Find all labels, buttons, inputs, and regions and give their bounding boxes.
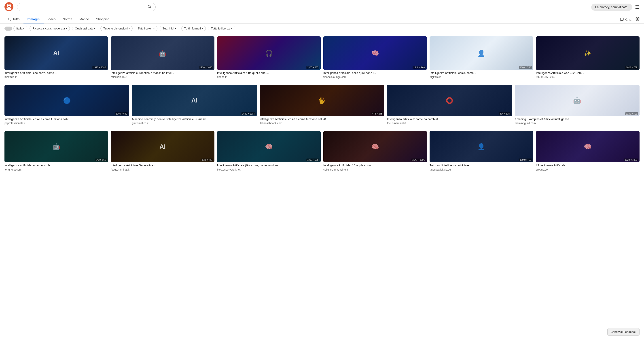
region-filter[interactable]: Italia ▾	[14, 26, 27, 31]
chat-button[interactable]: Chat	[620, 18, 632, 22]
tab-immagini[interactable]: Immagini	[24, 16, 44, 23]
chevron-down-icon: ▾	[154, 27, 154, 30]
image-placeholder: 🧠	[323, 131, 427, 162]
image-source: financialounge.com	[323, 75, 427, 79]
image-dimensions: 1000 × 560	[115, 112, 128, 115]
image-placeholder: 🧠	[323, 36, 427, 70]
image-source: raiscuola.rai.it	[111, 75, 214, 79]
image-placeholder: AI	[4, 36, 108, 70]
image-placeholder: 🎧	[217, 36, 321, 70]
date-filter[interactable]: Qualsiasi data ▾	[72, 26, 98, 31]
image-dimensions: 842 × 561	[95, 159, 107, 162]
image-dimensions: 1024 × 739	[625, 66, 638, 69]
image-card[interactable]: 🔵 1000 × 560 Intelligenza Artificiale: c…	[4, 85, 129, 125]
image-title: Machine Learning: dentro l'intelligenza …	[132, 117, 257, 121]
image-card[interactable]: 🤖 842 × 561 Intelligenza artificiale, un…	[4, 131, 108, 171]
chevron-down-icon: ▾	[66, 27, 67, 30]
image-card[interactable]: 🧠 1200 × 628 Intelligenza Artificiale (I…	[217, 131, 321, 171]
image-dimensions: 1300 × 867	[306, 66, 319, 69]
image-title: Intelligenza artificiale: come ha cambia…	[387, 117, 512, 121]
image-source: blog.osservatori.net	[217, 168, 321, 171]
image-placeholder: AI	[132, 85, 257, 116]
header: intelligenza artificiale La privacy, sem…	[0, 0, 644, 14]
image-source: fortuneita.com	[4, 168, 108, 171]
safe-search-toggle[interactable]	[4, 26, 12, 31]
image-placeholder: AI	[111, 131, 214, 162]
image-thumbnail: 🖐 474 × 248	[260, 85, 384, 116]
tab-tutto[interactable]: Tutto	[4, 16, 22, 23]
svg-point-9	[637, 18, 638, 20]
image-card[interactable]: ✨ 1024 × 739 Intelligenza Artificiale Co…	[536, 36, 640, 79]
search-input[interactable]: intelligenza artificiale	[20, 5, 146, 9]
filters-bar: Italia ▾ Ricerca sicura: moderata ▾ Qual…	[0, 24, 644, 33]
image-placeholder: 👤	[430, 131, 533, 162]
image-title: Intelligenza artificiale, robotica e mac…	[111, 71, 214, 75]
image-placeholder: ✨	[536, 36, 640, 70]
image-thumbnail: 🤖 1920 × 1080	[111, 36, 214, 70]
image-source: themindguild.com	[515, 122, 640, 125]
privacy-button[interactable]: La privacy, semplificata.	[591, 3, 632, 11]
image-thumbnail: AI 1920 × 1280	[4, 36, 108, 70]
image-dimensions: 474 × 316	[499, 112, 511, 115]
image-title: Intelligenza artificiale: cos'è, come...	[430, 71, 533, 75]
image-dimensions: 1280 × 799	[625, 112, 638, 115]
image-dimensions: 474 × 248	[371, 112, 383, 115]
safe-search-filter[interactable]: Ricerca sicura: moderata ▾	[30, 26, 70, 31]
image-card[interactable]: 👤 1000 × 750 Tutto su l'intelligenza art…	[430, 131, 533, 171]
image-card[interactable]: ⭕ 474 × 316 Intelligenza artificiale: co…	[387, 85, 512, 125]
image-source: 192.99.168.244	[536, 75, 640, 79]
image-card[interactable]: 🤖 1280 × 799 Amazing Examples of Artific…	[515, 85, 640, 125]
image-card[interactable]: 🧠 1448 × 966 Intelligenza artificiale, e…	[323, 36, 427, 79]
image-title: Tutto su l'intelligenza artificiale l...	[430, 164, 533, 168]
image-thumbnail: 🔵 1000 × 560	[4, 85, 129, 116]
image-card[interactable]: 🤖 1920 × 1080 Intelligenza artificiale, …	[111, 36, 214, 79]
menu-button[interactable]: ☰	[635, 4, 640, 10]
image-card[interactable]: AI 1920 × 1280 Intelligenza artificiale:…	[4, 36, 108, 79]
image-source: donne.it	[217, 75, 321, 79]
image-card[interactable]: 🖐 474 × 248 Intelligenza Artificiale: co…	[260, 85, 384, 125]
image-card[interactable]: 🧠 1578 × 1006 Intelligenza Artificiale, …	[323, 131, 427, 171]
image-dimensions: 2560 × 1203	[241, 112, 256, 115]
tab-video[interactable]: Video	[44, 16, 59, 23]
image-title: Intelligenza Artificiale Cos 232 Com...	[536, 71, 640, 75]
image-thumbnail: ✨ 1024 × 739	[536, 36, 640, 70]
chevron-down-icon: ▾	[23, 27, 24, 30]
image-source: maxmile.it	[4, 75, 108, 79]
size-filter[interactable]: Tutte le dimensioni ▾	[100, 26, 132, 31]
image-thumbnail: 🤖 842 × 561	[4, 131, 108, 162]
settings-button[interactable]	[636, 17, 640, 22]
image-placeholder: 🤖	[4, 131, 108, 162]
format-filter[interactable]: Tutti i formati ▾	[181, 26, 206, 31]
image-grid-row2: 🔵 1000 × 560 Intelligenza Artificiale: c…	[0, 82, 644, 128]
image-dimensions: 1448 × 966	[412, 66, 426, 69]
tab-mappe[interactable]: Mappe	[76, 16, 92, 23]
chevron-down-icon: ▾	[175, 27, 176, 30]
image-placeholder: 🤖	[111, 36, 214, 70]
image-card[interactable]: AI 2560 × 1203 Machine Learning: dentro …	[132, 85, 257, 125]
image-card[interactable]: 🎧 1300 × 867 Intelligenza Artificiale: t…	[217, 36, 321, 79]
image-title: L'Intelligenza Artificiale	[536, 164, 640, 168]
svg-point-7	[8, 18, 10, 20]
tab-notizie[interactable]: Notizie	[60, 16, 75, 23]
license-filter[interactable]: Tutte le licenze ▾	[208, 26, 235, 31]
search-bar[interactable]: intelligenza artificiale	[17, 3, 156, 11]
image-thumbnail: 👤 1000 × 750	[430, 36, 533, 70]
toggle-wrap: Italia ▾	[4, 26, 27, 31]
header-right: La privacy, semplificata. ☰	[591, 3, 640, 11]
image-title: Intelligenza Artificiale, 10 applicazion…	[323, 164, 427, 168]
tab-shopping[interactable]: Shopping	[93, 16, 112, 23]
svg-point-3	[8, 5, 10, 6]
image-title: Intelligenza artificiale, un mondo ch...	[4, 164, 108, 168]
image-card[interactable]: 🧠 1920 × 1080 L'Intelligenza Artificiale…	[536, 131, 640, 171]
svg-line-6	[150, 7, 151, 8]
image-source: cellulare-magazine.it	[323, 168, 427, 171]
logo[interactable]	[4, 2, 14, 12]
search-button[interactable]	[146, 4, 152, 9]
image-card[interactable]: 👤 1000 × 750 Intelligenza artificiale: c…	[430, 36, 533, 79]
image-placeholder: ⭕	[387, 85, 512, 116]
image-source: focus.namirial.it	[111, 168, 214, 171]
type-filter[interactable]: Tutti i tipi ▾	[160, 26, 179, 31]
color-filter[interactable]: Tutti i colori ▾	[135, 26, 158, 31]
image-card[interactable]: AI 630 × 420 Intelligenza Artificiale Ge…	[111, 131, 214, 171]
image-source: vroque.co	[536, 168, 640, 171]
